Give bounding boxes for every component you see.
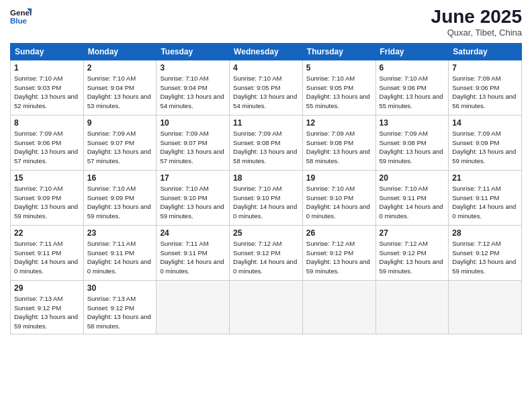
day-number: 6: [380, 63, 445, 73]
table-row: 4Sunrise: 7:10 AMSunset: 9:05 PMDaylight…: [230, 60, 303, 115]
header-thursday: Thursday: [302, 43, 375, 60]
table-row: [302, 280, 375, 334]
day-number: 11: [233, 118, 299, 128]
table-row: 21Sunrise: 7:11 AMSunset: 9:11 PMDayligh…: [449, 170, 522, 225]
day-number: 3: [160, 63, 226, 73]
day-number: 25: [233, 228, 299, 238]
day-info: Sunrise: 7:12 AMSunset: 9:12 PMDaylight:…: [380, 239, 445, 276]
day-info: Sunrise: 7:09 AMSunset: 9:08 PMDaylight:…: [380, 129, 445, 166]
table-row: 30Sunrise: 7:13 AMSunset: 9:12 PMDayligh…: [83, 280, 157, 334]
day-info: Sunrise: 7:10 AMSunset: 9:09 PMDaylight:…: [14, 184, 80, 221]
day-number: 26: [306, 228, 372, 238]
table-row: 11Sunrise: 7:09 AMSunset: 9:08 PMDayligh…: [230, 115, 303, 170]
month-title: June 2025: [431, 7, 522, 28]
day-number: 29: [14, 283, 80, 293]
day-number: 19: [306, 173, 372, 183]
table-row: [230, 280, 303, 334]
day-number: 15: [14, 173, 80, 183]
table-row: 9Sunrise: 7:09 AMSunset: 9:07 PMDaylight…: [83, 115, 157, 170]
day-info: Sunrise: 7:10 AMSunset: 9:04 PMDaylight:…: [87, 74, 153, 111]
day-number: 13: [380, 118, 445, 128]
day-info: Sunrise: 7:09 AMSunset: 9:08 PMDaylight:…: [306, 129, 372, 166]
day-number: 28: [452, 228, 518, 238]
day-info: Sunrise: 7:10 AMSunset: 9:06 PMDaylight:…: [380, 74, 445, 111]
day-number: 23: [87, 228, 153, 238]
day-info: Sunrise: 7:12 AMSunset: 9:12 PMDaylight:…: [233, 239, 299, 276]
table-row: 27Sunrise: 7:12 AMSunset: 9:12 PMDayligh…: [375, 225, 449, 280]
day-info: Sunrise: 7:09 AMSunset: 9:06 PMDaylight:…: [452, 74, 518, 111]
logo-icon: General Blue: [10, 7, 32, 26]
day-number: 5: [306, 63, 372, 73]
day-info: Sunrise: 7:10 AMSunset: 9:09 PMDaylight:…: [87, 184, 153, 221]
day-number: 7: [452, 63, 518, 73]
table-row: 23Sunrise: 7:11 AMSunset: 9:11 PMDayligh…: [83, 225, 157, 280]
table-row: 15Sunrise: 7:10 AMSunset: 9:09 PMDayligh…: [11, 170, 84, 225]
table-row: 22Sunrise: 7:11 AMSunset: 9:11 PMDayligh…: [11, 225, 84, 280]
day-number: 8: [14, 118, 80, 128]
day-number: 16: [87, 173, 153, 183]
day-info: Sunrise: 7:13 AMSunset: 9:12 PMDaylight:…: [14, 294, 80, 331]
table-row: 5Sunrise: 7:10 AMSunset: 9:05 PMDaylight…: [302, 60, 375, 115]
day-number: 1: [14, 63, 80, 73]
header-wednesday: Wednesday: [230, 43, 303, 60]
table-row: 7Sunrise: 7:09 AMSunset: 9:06 PMDaylight…: [449, 60, 522, 115]
day-number: 24: [160, 228, 226, 238]
day-number: 30: [87, 283, 153, 293]
location: Quxar, Tibet, China: [431, 28, 522, 38]
header: General Blue June 2025 Quxar, Tibet, Chi…: [10, 7, 522, 38]
day-number: 18: [233, 173, 299, 183]
day-number: 17: [160, 173, 226, 183]
table-row: 17Sunrise: 7:10 AMSunset: 9:10 PMDayligh…: [157, 170, 230, 225]
table-row: 28Sunrise: 7:12 AMSunset: 9:12 PMDayligh…: [449, 225, 522, 280]
table-row: 24Sunrise: 7:11 AMSunset: 9:11 PMDayligh…: [157, 225, 230, 280]
page: General Blue June 2025 Quxar, Tibet, Chi…: [0, 0, 532, 411]
day-info: Sunrise: 7:10 AMSunset: 9:10 PMDaylight:…: [160, 184, 226, 221]
day-number: 14: [452, 118, 518, 128]
day-number: 20: [380, 173, 445, 183]
table-row: 19Sunrise: 7:10 AMSunset: 9:10 PMDayligh…: [302, 170, 375, 225]
table-row: 10Sunrise: 7:09 AMSunset: 9:07 PMDayligh…: [157, 115, 230, 170]
day-info: Sunrise: 7:09 AMSunset: 9:08 PMDaylight:…: [233, 129, 299, 166]
day-info: Sunrise: 7:09 AMSunset: 9:07 PMDaylight:…: [87, 129, 153, 166]
day-info: Sunrise: 7:09 AMSunset: 9:09 PMDaylight:…: [452, 129, 518, 166]
day-info: Sunrise: 7:11 AMSunset: 9:11 PMDaylight:…: [87, 239, 153, 276]
day-info: Sunrise: 7:10 AMSunset: 9:10 PMDaylight:…: [306, 184, 372, 221]
day-info: Sunrise: 7:09 AMSunset: 9:06 PMDaylight:…: [14, 129, 80, 166]
calendar-table: Sunday Monday Tuesday Wednesday Thursday…: [10, 43, 522, 334]
table-row: 2Sunrise: 7:10 AMSunset: 9:04 PMDaylight…: [83, 60, 157, 115]
table-row: [449, 280, 522, 334]
table-row: 3Sunrise: 7:10 AMSunset: 9:04 PMDaylight…: [157, 60, 230, 115]
header-tuesday: Tuesday: [157, 43, 230, 60]
table-row: [157, 280, 230, 334]
logo: General Blue: [10, 7, 32, 26]
weekday-header-row: Sunday Monday Tuesday Wednesday Thursday…: [11, 43, 522, 60]
day-number: 12: [306, 118, 372, 128]
table-row: 14Sunrise: 7:09 AMSunset: 9:09 PMDayligh…: [449, 115, 522, 170]
table-row: 26Sunrise: 7:12 AMSunset: 9:12 PMDayligh…: [302, 225, 375, 280]
day-number: 2: [87, 63, 153, 73]
header-sunday: Sunday: [11, 43, 84, 60]
table-row: 13Sunrise: 7:09 AMSunset: 9:08 PMDayligh…: [375, 115, 449, 170]
header-saturday: Saturday: [449, 43, 522, 60]
header-monday: Monday: [83, 43, 157, 60]
day-info: Sunrise: 7:10 AMSunset: 9:10 PMDaylight:…: [233, 184, 299, 221]
day-info: Sunrise: 7:11 AMSunset: 9:11 PMDaylight:…: [452, 184, 518, 221]
day-number: 4: [233, 63, 299, 73]
svg-text:General: General: [10, 9, 32, 17]
day-info: Sunrise: 7:09 AMSunset: 9:07 PMDaylight:…: [160, 129, 226, 166]
day-number: 21: [452, 173, 518, 183]
day-info: Sunrise: 7:10 AMSunset: 9:11 PMDaylight:…: [380, 184, 445, 221]
header-friday: Friday: [375, 43, 449, 60]
day-info: Sunrise: 7:10 AMSunset: 9:05 PMDaylight:…: [306, 74, 372, 111]
table-row: 29Sunrise: 7:13 AMSunset: 9:12 PMDayligh…: [11, 280, 84, 334]
day-number: 27: [380, 228, 445, 238]
table-row: 12Sunrise: 7:09 AMSunset: 9:08 PMDayligh…: [302, 115, 375, 170]
day-info: Sunrise: 7:11 AMSunset: 9:11 PMDaylight:…: [160, 239, 226, 276]
day-info: Sunrise: 7:12 AMSunset: 9:12 PMDaylight:…: [306, 239, 372, 276]
day-info: Sunrise: 7:10 AMSunset: 9:03 PMDaylight:…: [14, 74, 80, 111]
day-info: Sunrise: 7:10 AMSunset: 9:04 PMDaylight:…: [160, 74, 226, 111]
table-row: [375, 280, 449, 334]
day-info: Sunrise: 7:11 AMSunset: 9:11 PMDaylight:…: [14, 239, 80, 276]
table-row: 8Sunrise: 7:09 AMSunset: 9:06 PMDaylight…: [11, 115, 84, 170]
day-info: Sunrise: 7:10 AMSunset: 9:05 PMDaylight:…: [233, 74, 299, 111]
